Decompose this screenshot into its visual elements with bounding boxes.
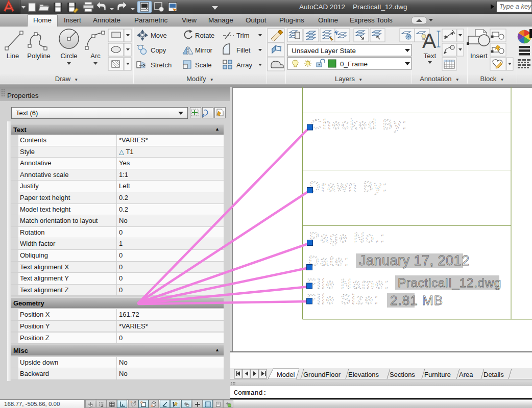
svg-text:A: A: [422, 29, 437, 53]
svg-text:Model: Model: [277, 371, 295, 378]
svg-text:Text: Text: [424, 52, 437, 60]
svg-text:Area: Area: [459, 371, 473, 378]
svg-text:0_Frame: 0_Frame: [340, 60, 368, 68]
svg-text:Fillet: Fillet: [236, 46, 251, 54]
svg-text:Elevations: Elevations: [348, 371, 379, 378]
svg-text:Sections: Sections: [390, 371, 415, 378]
svg-text:Trim: Trim: [236, 32, 250, 39]
svg-text:Insert: Insert: [470, 52, 488, 60]
svg-text:Array: Array: [236, 61, 253, 69]
svg-text:Furniture: Furniture: [424, 371, 451, 378]
svg-text:GroundFloor: GroundFloor: [303, 371, 341, 378]
svg-text:Details: Details: [483, 371, 504, 378]
svg-text:Unsaved Layer State: Unsaved Layer State: [292, 47, 356, 55]
